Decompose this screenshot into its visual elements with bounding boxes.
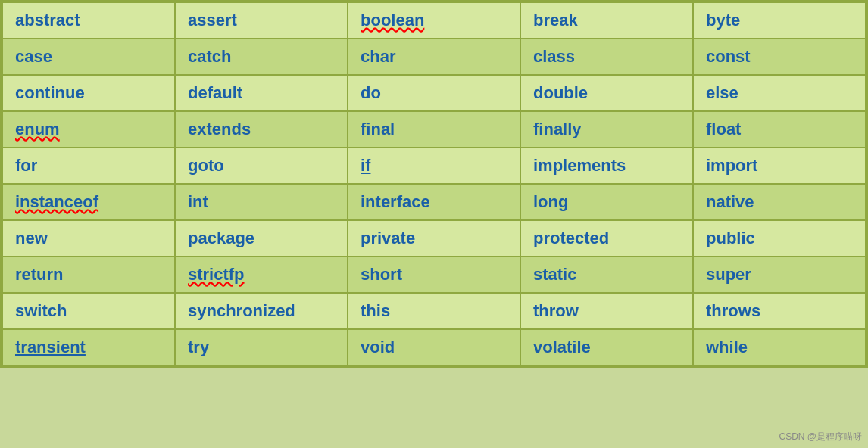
keyword-cell: long	[520, 184, 693, 220]
table-row: instanceofintinterfacelongnative	[2, 184, 866, 220]
keyword-cell: private	[348, 220, 520, 257]
keyword-cell: break	[520, 2, 693, 39]
keyword-cell: else	[693, 75, 866, 111]
keyword-cell: import	[693, 148, 866, 184]
keyword-cell: protected	[520, 220, 693, 257]
keyword-cell: int	[175, 184, 348, 220]
keyword-cell: final	[348, 111, 520, 148]
keyword-cell: super	[693, 257, 866, 293]
keyword-cell: package	[175, 220, 348, 257]
keyword-cell: float	[693, 111, 866, 148]
keyword-cell: throws	[693, 293, 866, 329]
keyword-cell: public	[693, 220, 866, 257]
keyword-cell: char	[348, 39, 520, 75]
table-row: casecatchcharclassconst	[2, 39, 866, 75]
keyword-cell: default	[175, 75, 348, 111]
keyword-cell: finally	[520, 111, 693, 148]
keyword-cell: interface	[348, 184, 520, 220]
keyword-cell: strictfp	[175, 257, 348, 293]
keyword-cell: volatile	[520, 329, 693, 366]
keyword-cell: byte	[693, 2, 866, 39]
keyword-cell: while	[693, 329, 866, 366]
table-row: newpackageprivateprotectedpublic	[2, 220, 866, 257]
keyword-cell: boolean	[348, 2, 520, 39]
keyword-cell: switch	[2, 293, 175, 329]
keyword-cell: for	[2, 148, 175, 184]
keyword-cell: transient	[2, 329, 175, 366]
table-row: switchsynchronizedthisthrowthrows	[2, 293, 866, 329]
keyword-cell: catch	[175, 39, 348, 75]
keyword-cell: continue	[2, 75, 175, 111]
keyword-cell: class	[520, 39, 693, 75]
keyword-cell: return	[2, 257, 175, 293]
keyword-cell: implements	[520, 148, 693, 184]
table-row: forgotoifimplementsimport	[2, 148, 866, 184]
table-row: enumextendsfinalfinallyfloat	[2, 111, 866, 148]
keyword-cell: case	[2, 39, 175, 75]
keyword-cell: goto	[175, 148, 348, 184]
table-row: returnstrictfpshortstaticsuper	[2, 257, 866, 293]
keyword-cell: short	[348, 257, 520, 293]
keyword-cell: do	[348, 75, 520, 111]
keyword-cell: extends	[175, 111, 348, 148]
keyword-cell: enum	[2, 111, 175, 148]
keyword-cell: instanceof	[2, 184, 175, 220]
keyword-cell: double	[520, 75, 693, 111]
keyword-cell: throw	[520, 293, 693, 329]
keyword-cell: native	[693, 184, 866, 220]
keyword-cell: new	[2, 220, 175, 257]
keyword-cell: assert	[175, 2, 348, 39]
keyword-cell: if	[348, 148, 520, 184]
table-row: continuedefaultdodoubleelse	[2, 75, 866, 111]
keyword-cell: static	[520, 257, 693, 293]
keyword-cell: abstract	[2, 2, 175, 39]
table-row: abstractassertbooleanbreakbyte	[2, 2, 866, 39]
keyword-cell: synchronized	[175, 293, 348, 329]
table-row: transienttryvoidvolatilewhile	[2, 329, 866, 366]
watermark: CSDN @是程序喵呀	[779, 431, 862, 443]
keyword-cell: try	[175, 329, 348, 366]
keyword-table: abstractassertbooleanbreakbytecasecatchc…	[0, 0, 868, 368]
keyword-cell: this	[348, 293, 520, 329]
keyword-cell: const	[693, 39, 866, 75]
keyword-cell: void	[348, 329, 520, 366]
